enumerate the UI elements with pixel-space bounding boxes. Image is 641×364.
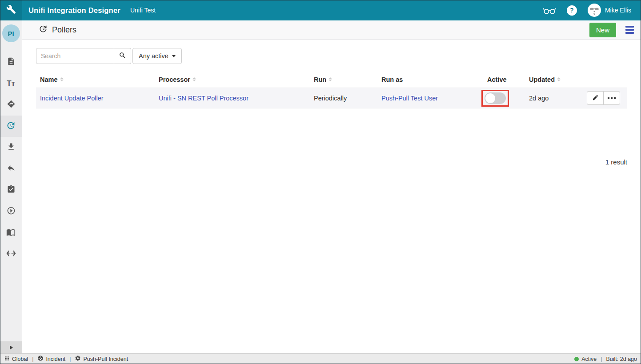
- filter-label: Any active: [139, 52, 168, 60]
- download-icon: [7, 142, 16, 153]
- poller-name-link[interactable]: Incident Update Poller: [40, 95, 104, 102]
- red-highlight-annotation: [481, 90, 509, 107]
- cell-updated: 2d ago: [525, 95, 583, 102]
- built-label: Built: 2d ago: [606, 356, 637, 362]
- gear-icon: [75, 355, 81, 363]
- search-icon: [119, 52, 126, 60]
- chevron-down-icon: [172, 55, 176, 57]
- play-circle-icon: [7, 206, 16, 217]
- new-button[interactable]: New: [589, 23, 616, 37]
- typography-icon: Tᴛ: [7, 79, 15, 88]
- status-label: Active: [581, 356, 597, 362]
- pencil-icon: [592, 94, 599, 102]
- search-input[interactable]: [36, 48, 114, 64]
- wrench-icon: [6, 4, 16, 16]
- grid-icon: [4, 356, 10, 363]
- sidebar-item-document[interactable]: [0, 52, 22, 73]
- separator: |: [32, 356, 33, 362]
- directions-icon: [7, 100, 16, 110]
- sidebar-item-documentation[interactable]: [0, 222, 22, 244]
- sort-icon: [192, 77, 196, 81]
- page-header: Pollers New: [22, 20, 641, 40]
- pollers-clock-icon: [6, 121, 16, 132]
- separator: |: [69, 356, 71, 362]
- search-button[interactable]: [114, 48, 131, 64]
- help-icon[interactable]: ?: [567, 5, 577, 16]
- sidebar-item-typography[interactable]: Tᴛ: [0, 73, 22, 94]
- spectacles-icon[interactable]: [543, 6, 556, 15]
- pollers-clock-icon: [39, 24, 48, 35]
- cell-active: [483, 90, 525, 107]
- more-actions-button[interactable]: [603, 91, 620, 105]
- help-glyph: ?: [570, 7, 574, 14]
- scope-selector[interactable]: Global: [4, 356, 28, 363]
- expand-arrow-icon: [10, 345, 13, 350]
- sidebar-item-pollers[interactable]: [0, 116, 22, 137]
- column-header-name[interactable]: Name: [36, 76, 155, 83]
- run-as-user-link[interactable]: Push-Pull Test User: [381, 95, 438, 102]
- app-title: Unifi Integration Designer: [28, 6, 120, 15]
- statusbar: Global | Incident | Push-Pull Incident A…: [0, 353, 641, 364]
- clipboard-check-icon: [7, 185, 16, 196]
- page-title: Pollers: [52, 25, 76, 35]
- topbar: Unifi Integration Designer Unifi Test ?: [0, 0, 641, 20]
- document-icon: [7, 57, 16, 68]
- column-header-processor[interactable]: Processor: [155, 76, 310, 83]
- code-icon: [6, 250, 16, 259]
- active-filter-dropdown[interactable]: Any active: [132, 48, 182, 64]
- table-header-row: Name Processor Run Run as Active Updated: [36, 71, 627, 88]
- separator: |: [601, 356, 602, 362]
- user-name: Mike Ellis: [605, 7, 631, 14]
- menu-icon[interactable]: [625, 25, 635, 35]
- column-header-active: Active: [483, 76, 525, 83]
- sidebar-item-download[interactable]: [0, 137, 22, 158]
- status-dot: [574, 357, 579, 361]
- column-header-run[interactable]: Run: [310, 76, 377, 83]
- cell-run-as: Push-Pull Test User: [377, 95, 483, 102]
- sidebar-item-code[interactable]: [0, 244, 22, 265]
- cell-run: Periodically: [310, 95, 377, 102]
- application-selector[interactable]: Incident: [37, 355, 65, 363]
- sidebar-item-directions[interactable]: [0, 94, 22, 116]
- app-logo[interactable]: [0, 0, 22, 20]
- sort-icon: [557, 77, 561, 81]
- sort-icon: [60, 77, 64, 81]
- book-icon: [6, 228, 16, 239]
- cell-actions: [583, 91, 629, 105]
- toggle-knob: [485, 93, 495, 103]
- user-menu[interactable]: Mike Ellis: [588, 4, 631, 17]
- integration-badge[interactable]: PI: [2, 24, 20, 42]
- cell-processor: Unifi - SN REST Poll Processor: [155, 95, 310, 102]
- pollers-table: Name Processor Run Run as Active Updated: [36, 71, 627, 108]
- processor-link[interactable]: Unifi - SN REST Poll Processor: [159, 95, 248, 102]
- results-count: 1 result: [22, 158, 627, 166]
- table-row: Incident Update Poller Unifi - SN REST P…: [36, 88, 627, 108]
- column-header-updated[interactable]: Updated: [525, 76, 583, 83]
- edit-button[interactable]: [587, 91, 604, 105]
- ellipsis-icon: [608, 97, 616, 99]
- column-header-run-as: Run as: [377, 76, 483, 83]
- active-toggle[interactable]: [485, 92, 506, 104]
- sidebar-collapse-button[interactable]: [0, 341, 22, 353]
- reply-icon: [7, 164, 16, 174]
- application-icon: [37, 355, 44, 363]
- sidebar-item-run[interactable]: [0, 201, 22, 222]
- main-content: Pollers New Any active Name Processor: [22, 20, 641, 353]
- sort-icon: [329, 77, 332, 81]
- toolbar: Any active: [36, 48, 627, 64]
- sidebar: PI Tᴛ: [0, 20, 22, 353]
- integration-selector[interactable]: Push-Pull Incident: [75, 355, 128, 363]
- sidebar-item-tasks[interactable]: [0, 180, 22, 201]
- avatar: [588, 4, 601, 17]
- environment-name: Unifi Test: [130, 7, 156, 14]
- sidebar-item-reply[interactable]: [0, 158, 22, 180]
- cell-name: Incident Update Poller: [36, 95, 155, 102]
